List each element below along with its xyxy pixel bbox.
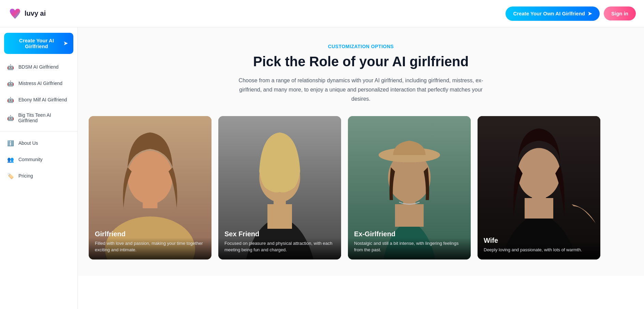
- card-girlfriend-overlay: Girlfriend Filled with love and passion,…: [89, 223, 211, 259]
- send-icon: ➤: [588, 11, 592, 17]
- sidebar-item-bdsm[interactable]: 🤖 BDSM AI Girlfriend: [0, 59, 77, 74]
- header: luvy ai Create Your Own AI Girlfriend ➤ …: [0, 0, 644, 27]
- sidebar: Create Your AI Girlfriend ➤ 🤖 BDSM AI Gi…: [0, 27, 78, 276]
- sidebar-item-ebony[interactable]: 🤖 Ebony Milf AI Girlfriend: [0, 92, 77, 107]
- svg-point-3: [128, 151, 173, 204]
- robot-icon: 🤖: [7, 63, 14, 71]
- card-desc-girlfriend: Filled with love and passion, making you…: [95, 240, 205, 253]
- pricing-icon: 🏷️: [7, 172, 14, 180]
- card-exgirlfriend-overlay: Ex-Girlfriend Nostalgic and still a bit …: [348, 223, 471, 259]
- info-icon: ℹ️: [7, 139, 14, 147]
- card-sexfriend-overlay: Sex Friend Focused on pleasure and physi…: [218, 223, 341, 259]
- cards-grid: Girlfriend Filled with love and passion,…: [89, 116, 600, 259]
- card-desc-sexfriend: Focused on pleasure and physical attract…: [224, 240, 335, 253]
- sidebar-item-bigtits[interactable]: 🤖 Big Tits Teen AI Girlfriend: [0, 109, 77, 127]
- svg-rect-14: [525, 198, 553, 219]
- card-role-exgirlfriend: Ex-Girlfriend: [354, 230, 465, 238]
- header-signin-button[interactable]: Sign in: [604, 6, 636, 20]
- card-desc-wife: Deeply loving and passionate, with lots …: [484, 247, 594, 253]
- card-sexfriend[interactable]: Sex Friend Focused on pleasure and physi…: [218, 116, 341, 259]
- sidebar-item-community[interactable]: 👥 Community: [0, 152, 77, 167]
- sidebar-create-button[interactable]: Create Your AI Girlfriend ➤: [4, 33, 73, 54]
- card-role-girlfriend: Girlfriend: [95, 230, 205, 238]
- sidebar-item-pricing[interactable]: 🏷️ Pricing: [0, 168, 77, 183]
- section-title: Pick the Role of your AI girlfriend: [89, 53, 633, 70]
- app-body: Create Your AI Girlfriend ➤ 🤖 BDSM AI Gi…: [0, 27, 644, 276]
- robot-icon-4: 🤖: [7, 114, 14, 122]
- sidebar-send-icon: ➤: [63, 40, 68, 46]
- card-wife-overlay: Wife Deeply loving and passionate, with …: [478, 230, 600, 259]
- logo-text: luvy ai: [25, 10, 46, 17]
- logo[interactable]: luvy ai: [8, 7, 46, 20]
- card-desc-exgirlfriend: Nostalgic and still a bit intense, with …: [354, 240, 465, 253]
- card-role-sexfriend: Sex Friend: [224, 230, 335, 238]
- main-content: Customization Options Pick the Role of y…: [78, 27, 644, 276]
- community-icon: 👥: [7, 156, 14, 163]
- section-desc: Choose from a range of relationship dyna…: [238, 76, 484, 104]
- robot-icon-3: 🤖: [7, 96, 14, 103]
- svg-point-16: [518, 148, 560, 199]
- sidebar-item-mistress[interactable]: 🤖 Mistress AI Girlfriend: [0, 76, 77, 91]
- header-create-button[interactable]: Create Your Own AI Girlfriend ➤: [506, 6, 600, 21]
- card-wife[interactable]: Wife Deeply loving and passionate, with …: [478, 116, 600, 259]
- robot-icon-2: 🤖: [7, 80, 14, 87]
- card-exgirlfriend[interactable]: Ex-Girlfriend Nostalgic and still a bit …: [348, 116, 471, 259]
- card-role-wife: Wife: [484, 237, 594, 244]
- section-label: Customization Options: [89, 44, 633, 49]
- card-girlfriend[interactable]: Girlfriend Filled with love and passion,…: [89, 116, 211, 259]
- sidebar-divider: [0, 131, 77, 131]
- header-actions: Create Your Own AI Girlfriend ➤ Sign in: [506, 6, 636, 21]
- sidebar-item-about[interactable]: ℹ️ About Us: [0, 136, 77, 151]
- logo-icon: [8, 7, 22, 20]
